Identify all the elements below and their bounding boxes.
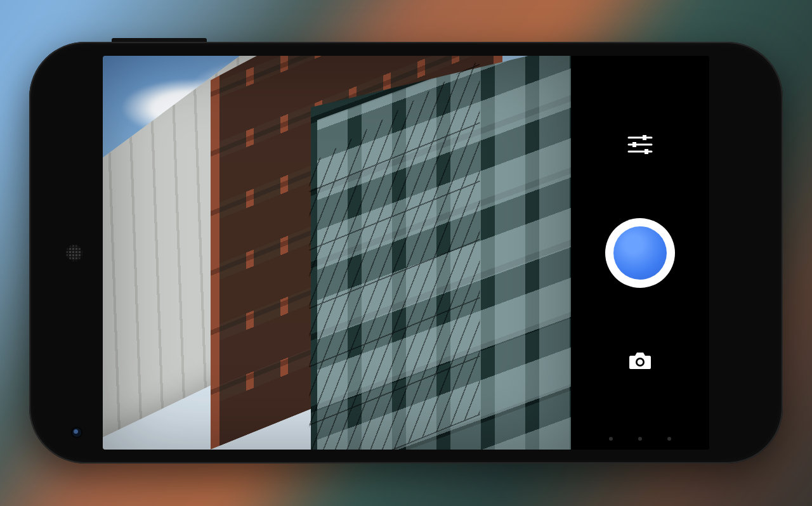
- device-frame: [29, 42, 783, 464]
- nav-dot: [667, 437, 671, 441]
- camera-control-strip: [571, 56, 709, 450]
- tune-icon: [627, 134, 653, 155]
- camera-mode-button[interactable]: [626, 347, 654, 375]
- svg-point-7: [638, 360, 643, 365]
- nav-dot: [609, 437, 613, 441]
- earpiece-speaker: [66, 245, 82, 261]
- shutter-ring: [605, 218, 675, 288]
- camera-icon: [628, 351, 652, 370]
- svg-rect-3: [643, 135, 646, 140]
- front-camera-lens: [72, 428, 81, 437]
- shutter-button[interactable]: [605, 218, 675, 288]
- screen: [103, 56, 709, 450]
- camera-viewfinder[interactable]: [103, 56, 571, 450]
- exposure-settings-button[interactable]: [626, 131, 654, 159]
- android-nav-dots: [571, 437, 709, 441]
- viewfinder-building-green: [311, 56, 571, 450]
- nav-dot: [638, 437, 642, 441]
- svg-rect-5: [645, 149, 648, 154]
- svg-rect-4: [632, 142, 636, 147]
- shutter-icon: [613, 226, 667, 280]
